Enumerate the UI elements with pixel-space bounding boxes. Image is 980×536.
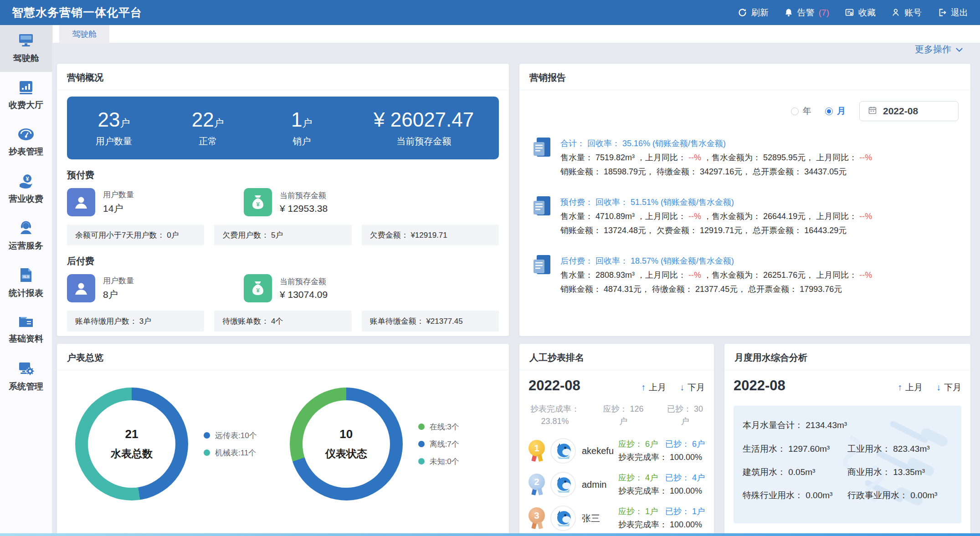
- bronze-medal-icon: 3: [528, 506, 546, 530]
- sidebar-item-statistics[interactable]: XLS 统计报表: [0, 260, 52, 306]
- alarm-button[interactable]: 告警 (7): [784, 7, 829, 19]
- report-line: 售水量： 7519.82m³ ，上月同比： --% ，售水金额为： 52895.…: [560, 151, 872, 165]
- postpaid-info-box: 账单待缴用户数： 3户: [67, 311, 204, 332]
- svg-text:¥: ¥: [26, 176, 29, 182]
- report-line: 销账金额： 4874.31元， 待缴金额： 21377.45元， 总开票金额： …: [560, 282, 872, 296]
- tab-dashboard[interactable]: 驾驶舱: [59, 25, 109, 43]
- legend-dot: [204, 449, 210, 456]
- report-headline-link[interactable]: 后付费： 回收率： 18.57% (销账金额/售水金额): [560, 254, 872, 268]
- sidebar-item-system[interactable]: 系统管理: [0, 353, 52, 400]
- report-document-icon: [531, 137, 552, 162]
- month-picker[interactable]: 2022-08: [859, 101, 959, 121]
- postpaid-info-box: 账单待缴金额： ¥21377.45: [362, 311, 499, 332]
- arrow-down-icon: ↓: [936, 382, 941, 393]
- report-item-prepaid: 预付费： 回收率： 51.51% (销账金额/售水金额) 售水量： 4710.8…: [531, 187, 959, 246]
- done-stat: 已抄： 6户: [665, 439, 705, 449]
- report-item-postpaid: 后付费： 回收率： 18.57% (销账金额/售水金额) 售水量： 2808.9…: [531, 246, 959, 305]
- sidebar-item-dashboard[interactable]: 驾驶舱: [0, 25, 52, 72]
- bottom-edge-strip: [0, 533, 980, 536]
- panel-title: 营销概况: [57, 64, 509, 90]
- marketing-report-panel: 营销报告 年 月 2022-08 合计： 回收率： 35.16% (销账金额/售…: [519, 64, 970, 336]
- user-icon: [67, 274, 95, 302]
- legend-item[interactable]: 远传表:10个: [204, 430, 257, 441]
- avatar: [550, 505, 576, 531]
- due-stat: 应抄： 1户: [618, 507, 658, 516]
- prepaid-section-title: 预付费: [67, 169, 499, 181]
- account-button[interactable]: 账号: [891, 7, 922, 19]
- sidebar-item-basic-data[interactable]: 基础资料: [0, 306, 52, 353]
- done-stat: 已抄： 4户: [665, 473, 705, 482]
- usage-summary-box: 本月水量合计： 2134.43m³ 生活用水： 1297.60m³ 工业用水： …: [734, 406, 961, 523]
- month-picker-value: 2022-08: [883, 106, 918, 117]
- arrow-up-icon: ↑: [641, 382, 646, 393]
- due-stat: 应抄： 6户: [618, 439, 658, 449]
- marketing-overview-panel: 营销概况 23户 用户数量 22户 正常 1户 销户 ¥ 26027.47 当前…: [57, 64, 509, 336]
- usage-item: 生活用水： 1297.60m³: [743, 443, 847, 455]
- legend-dot: [418, 424, 425, 430]
- logout-button[interactable]: 退出: [937, 7, 968, 19]
- legend-dot: [418, 441, 425, 447]
- report-headline-link[interactable]: 合计： 回收率： 35.16% (销账金额/售水金额): [560, 137, 872, 151]
- ranking-row: 3 张三 应抄： 1户已抄： 1户 抄表完成率： 100.00%: [528, 501, 705, 535]
- usage-item: 行政事业用水： 0.00m³: [847, 490, 961, 501]
- radio-year[interactable]: 年: [791, 105, 811, 117]
- prev-month-button[interactable]: ↑ 上月: [898, 382, 923, 393]
- meter-overview-panel: 户表总览 21 水表总数 远传表:10个 机械表:11个 10 仪表状态: [57, 344, 509, 536]
- legend-item[interactable]: 机械表:11个: [204, 448, 257, 458]
- radio-circle: [791, 107, 799, 115]
- next-month-button[interactable]: ↓ 下月: [680, 382, 705, 393]
- avatar: [550, 472, 576, 497]
- sidebar: 驾驶舱 收费大厅 抄表管理 ¥ 营业收费 运营服务 XLS 统计报表 基础资料 …: [0, 25, 52, 536]
- monthly-usage-panel: 月度用水综合分析 2022-08 ↑ 上月 ↓ 下月: [724, 344, 970, 536]
- sidebar-item-label: 基础资料: [9, 333, 43, 345]
- stat-closed-users: 1户 销户: [255, 108, 349, 148]
- sidebar-item-fee-hall[interactable]: 收费大厅: [0, 72, 52, 119]
- system-icon: [18, 361, 34, 377]
- refresh-button[interactable]: 刷新: [738, 7, 769, 19]
- fee-hall-icon: [18, 80, 34, 95]
- tab-bar: 驾驶舱: [53, 25, 980, 43]
- sidebar-item-operation-service[interactable]: 运营服务: [0, 213, 52, 260]
- sidebar-item-label: 运营服务: [9, 240, 43, 252]
- more-actions-button[interactable]: 更多操作: [915, 43, 963, 56]
- report-headline-link[interactable]: 预付费： 回收率： 51.51% (销账金额/售水金额): [560, 195, 872, 209]
- sidebar-item-label: 抄表管理: [9, 146, 43, 158]
- reader-name: admin: [582, 480, 618, 490]
- ranking-row: 2 admin 应抄： 4户已抄： 4户 抄表完成率： 100.00%: [528, 468, 705, 501]
- next-month-button[interactable]: ↓ 下月: [936, 382, 961, 393]
- ranking-month: 2022-08: [528, 378, 580, 394]
- basic-data-icon: [18, 315, 34, 329]
- arrow-down-icon: ↓: [680, 382, 684, 393]
- sidebar-item-label: 系统管理: [9, 381, 43, 393]
- refresh-icon: [738, 8, 747, 17]
- logout-icon: [937, 8, 947, 17]
- avatar: [550, 438, 576, 464]
- prev-month-button[interactable]: ↑ 上月: [641, 382, 666, 393]
- prepaid-balance-tile: ¥ 当前预存金额 ¥ 12953.38: [244, 188, 421, 216]
- sidebar-item-billing[interactable]: ¥ 营业收费: [0, 166, 52, 213]
- billing-icon: ¥: [18, 174, 34, 189]
- rate-stat: 抄表完成率： 100.00%: [618, 518, 705, 531]
- legend-item[interactable]: 离线:7个: [418, 439, 459, 449]
- donut-center-value: 21: [125, 427, 139, 441]
- usage-total: 本月水量合计： 2134.43m³: [743, 419, 961, 431]
- usage-item: 特殊行业用水： 0.00m³: [743, 490, 847, 501]
- donut-center-value: 10: [339, 427, 353, 441]
- dashboard-icon: [18, 33, 34, 48]
- stat-total-users: 23户 用户数量: [67, 108, 161, 148]
- legend-item[interactable]: 未知:0个: [418, 456, 459, 467]
- radio-month[interactable]: 月: [825, 105, 846, 117]
- reader-name: akekefu: [582, 446, 618, 456]
- postpaid-balance-tile: ¥ 当前预存金额 ¥ 13074.09: [244, 274, 421, 302]
- donut-center-label: 仪表状态: [325, 447, 367, 461]
- prepaid-info-box: 欠费用户数： 5户: [214, 225, 351, 245]
- sidebar-item-meter-reading[interactable]: 抄表管理: [0, 119, 52, 166]
- header-actions: 刷新 告警 (7) 收藏 账号 退出: [738, 7, 968, 19]
- user-stats-card: 23户 用户数量 22户 正常 1户 销户 ¥ 26027.47 当前预存金额: [67, 97, 499, 159]
- alarm-count-badge: (7): [819, 8, 829, 18]
- legend-item[interactable]: 在线:3个: [418, 422, 459, 432]
- due-stat: 应抄： 4户: [618, 473, 658, 482]
- favorite-button[interactable]: 收藏: [845, 7, 876, 19]
- account-icon: [891, 8, 900, 17]
- ranking-summary: 抄表完成率：23.81% 应抄： 126户 已抄： 30户: [528, 403, 705, 428]
